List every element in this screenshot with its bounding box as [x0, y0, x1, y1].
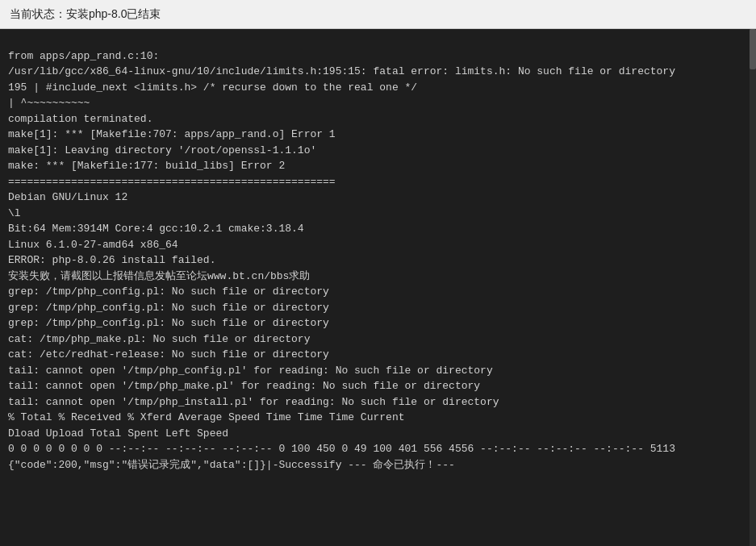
terminal-line: cat: /etc/redhat-release: No such file o… [8, 347, 748, 363]
scrollbar[interactable] [750, 29, 756, 546]
terminal-output[interactable]: from apps/app_rand.c:10:/usr/lib/gcc/x86… [0, 29, 756, 546]
terminal-line: % Total % Received % Xferd Average Speed… [8, 410, 748, 426]
terminal-line: grep: /tmp/php_config.pl: No such file o… [8, 284, 748, 300]
terminal-line: 195 | #include_next <limits.h> /* recurs… [8, 80, 748, 96]
status-text: 当前状态：安装php-8.0已结束 [10, 7, 161, 22]
terminal-line: make[1]: *** [Makefile:707: apps/app_ran… [8, 127, 748, 143]
scrollbar-thumb[interactable] [750, 29, 756, 69]
terminal-line: | ^~~~~~~~~~~ [8, 95, 748, 111]
terminal-line: grep: /tmp/php_config.pl: No such file o… [8, 315, 748, 331]
terminal-line: compilation terminated. [8, 111, 748, 127]
status-bar: 当前状态：安装php-8.0已结束 [0, 0, 756, 29]
terminal-line: {"code":200,"msg":"错误记录完成","data":[]}|-S… [8, 457, 748, 473]
terminal-line: \l [8, 206, 748, 222]
terminal-line: cat: /tmp/php_make.pl: No such file or d… [8, 331, 748, 348]
terminal-line: from apps/app_rand.c:10: [8, 48, 748, 65]
terminal-line: 0 0 0 0 0 0 0 0 --:--:-- --:--:-- --:--:… [8, 441, 748, 457]
terminal-line: ERROR: php-8.0.26 install failed. [8, 252, 748, 269]
terminal-line: ========================================… [8, 174, 748, 190]
terminal-line: Bit:64 Mem:3914M Core:4 gcc:10.2.1 cmake… [8, 221, 748, 237]
terminal-line: grep: /tmp/php_config.pl: No such file o… [8, 300, 748, 316]
terminal-line: tail: cannot open '/tmp/php_config.pl' f… [8, 363, 748, 379]
terminal-line: Dload Upload Total Spent Left Speed [8, 426, 748, 442]
terminal-line: make[1]: Leaving directory '/root/openss… [8, 143, 748, 159]
terminal-line: tail: cannot open '/tmp/php_install.pl' … [8, 394, 748, 411]
terminal-line: Debian GNU/Linux 12 [8, 190, 748, 206]
terminal-line: Linux 6.1.0-27-amd64 x86_64 [8, 237, 748, 253]
terminal-line: 安装失败，请截图以上报错信息发帖至论坛www.bt.cn/bbs求助 [8, 269, 748, 285]
terminal-line: /usr/lib/gcc/x86_64-linux-gnu/10/include… [8, 64, 748, 80]
terminal-line: tail: cannot open '/tmp/php_make.pl' for… [8, 378, 748, 394]
terminal-line: make: *** [Makefile:177: build_libs] Err… [8, 158, 748, 174]
